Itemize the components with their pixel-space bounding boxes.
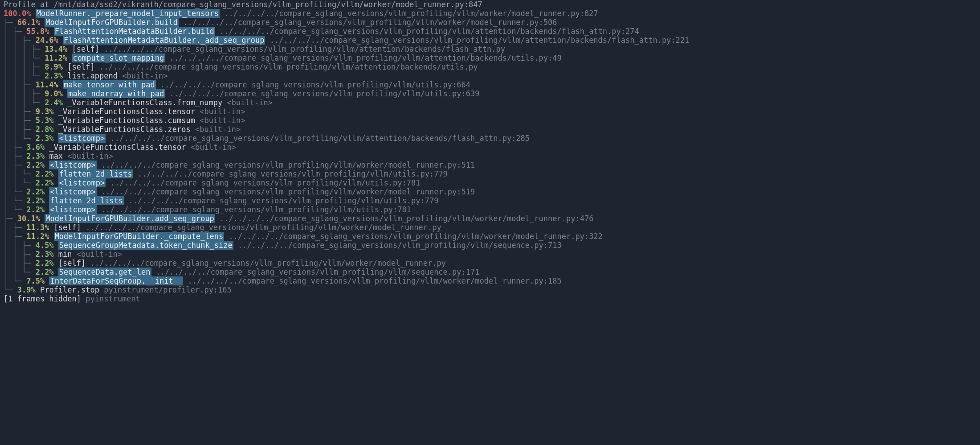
tree-prefix: │ └─ — [4, 276, 26, 285]
function-name: _VariableFunctionsClass.tensor — [49, 143, 186, 152]
percentage: 2.2% — [26, 205, 45, 214]
call-tree-row: │ └─ 2.2% flatten_2d_lists ../../../../c… — [4, 196, 976, 205]
source-path: ../../../../compare_sglang_versions/vllm… — [224, 9, 598, 18]
call-tree-row: │ │ └─ 2.3% <listcomp> ../../../../compa… — [4, 134, 976, 143]
source-path: ../../../../compare_sglang_versions/vllm… — [170, 89, 480, 98]
tree-prefix: │ │ ├─ — [4, 250, 36, 259]
function-name: _VariableFunctionsClass.zeros — [58, 125, 191, 134]
call-tree-row: │ │ └─ 2.2% <listcomp> ../../../../compa… — [4, 178, 976, 187]
call-tree-row: │ └─ 2.2% <listcomp> ../../../../compare… — [4, 205, 976, 214]
tree-prefix: │ ├─ — [4, 152, 26, 161]
function-name: _VariableFunctionsClass.tensor — [58, 107, 195, 116]
source-path: ../../../../compare_sglang_versions/vllm… — [183, 18, 557, 27]
source-path: <built-in> — [122, 71, 167, 80]
call-tree-row: │ │ │ ├─ 8.9% [self] ../../../../compare… — [4, 62, 976, 71]
source-path: <built-in> — [200, 116, 245, 125]
percentage: 11.3% — [26, 223, 49, 232]
percentage: 11.2% — [26, 232, 49, 241]
tree-prefix: │ │ └─ — [4, 268, 36, 276]
percentage: 2.2% — [26, 187, 45, 196]
tree-prefix: ├─ — [4, 18, 17, 27]
percentage: 11.4% — [36, 80, 58, 89]
call-tree-row: │ │ ├─ 4.5% SequenceGroupMetadata.token_… — [4, 241, 976, 250]
percentage: 2.8% — [36, 125, 54, 134]
source-path: <built-in> — [77, 250, 122, 259]
percentage: 2.4% — [45, 98, 63, 107]
source-path: <built-in> — [191, 143, 236, 152]
tree-prefix: ├─ — [4, 214, 17, 223]
tree-prefix: │ │ │ ├─ — [4, 89, 45, 98]
call-tree-row: │ │ │ └─ 11.2% compute_slot_mapping ../.… — [4, 54, 976, 62]
call-tree-row: │ │ ├─ 2.3% min <built-in> — [4, 250, 976, 259]
function-name: flatten_2d_lists — [58, 169, 133, 178]
source-path: ../../../../compare_sglang_versions/vllm… — [270, 36, 690, 45]
call-tree-row: │ │ ├─ 5.3% _VariableFunctionsClass.cums… — [4, 116, 976, 125]
percentage: 24.6% — [36, 36, 58, 45]
tree-prefix: │ │ │ └─ — [4, 54, 45, 62]
function-name: ModelInputForGPUBuilder.add_seq_group — [45, 214, 215, 223]
source-path: <built-in> — [195, 125, 241, 134]
source-path: <built-in> — [67, 152, 113, 161]
call-tree-row: │ │ └─ 2.2% flatten_2d_lists ../../../..… — [4, 169, 976, 178]
percentage: 2.2% — [36, 259, 54, 268]
call-tree-row: │ │ ├─ 24.6% FlashAttentionMetadataBuild… — [4, 36, 976, 45]
source-path: ../../../../compare_sglang_versions/vllm… — [220, 214, 593, 223]
call-tree-row: │ │ ├─ 9.3% _VariableFunctionsClass.tens… — [4, 107, 976, 116]
call-tree-row: │ ├─ 55.8% FlashAttentionMetadataBuilder… — [4, 27, 976, 36]
source-path: ../../../../compare_sglang_versions/vllm… — [104, 45, 505, 54]
tree-prefix: │ │ ├─ — [4, 241, 36, 250]
function-name: [self] — [72, 45, 99, 54]
function-name: [self] — [54, 223, 81, 232]
source-path: ../../../../compare_sglang_versions/vllm… — [160, 80, 470, 89]
source-path: ../../../../compare_sglang_versions/vllm… — [86, 223, 441, 232]
tree-prefix: │ │ │ └─ — [4, 98, 45, 107]
tree-prefix: │ ├─ — [4, 143, 26, 152]
call-tree-row: ├─ 30.1% ModelInputForGPUBuilder.add_seq… — [4, 214, 976, 223]
percentage: 3.6% — [26, 143, 45, 152]
tree-prefix: │ └─ — [4, 205, 26, 214]
call-tree-row: │ │ ├─ 11.4% make_tensor_with_pad ../../… — [4, 80, 976, 89]
tree-prefix: │ │ └─ — [4, 169, 36, 178]
percentage: 2.2% — [36, 169, 54, 178]
frames-hidden-text: [1 frames hidden] — [4, 294, 81, 303]
tree-prefix: │ ├─ — [4, 223, 26, 232]
function-name: <listcomp> — [49, 187, 96, 196]
source-path: ../../../../compare_sglang_versions/vllm… — [101, 187, 475, 196]
percentage: 55.8% — [26, 27, 49, 36]
source-path: ../../../../compare_sglang_versions/vllm… — [229, 232, 603, 241]
tree-prefix: │ │ ├─ — [4, 259, 36, 268]
call-tree-row: │ └─ 7.5% InterDataForSeqGroup.__init__ … — [4, 276, 976, 285]
frames-hidden-line: [1 frames hidden] pyinstrument — [4, 294, 976, 303]
source-path: ../../../../compare_sglang_versions/vllm… — [110, 134, 530, 143]
call-tree-row: │ │ │ └─ 2.3% list.append <built-in> — [4, 71, 976, 80]
call-tree-row: │ ├─ 2.3% max <built-in> — [4, 152, 976, 161]
source-path: ../../../../compare_sglang_versions/vllm… — [220, 27, 639, 36]
percentage: 13.4% — [45, 45, 67, 54]
function-name: _VariableFunctionsClass.from_numpy — [67, 98, 222, 107]
tree-prefix: │ └─ — [4, 196, 26, 205]
percentage: 2.2% — [26, 161, 45, 169]
source-path: ../../../../compare_sglang_versions/vllm… — [170, 54, 562, 62]
source-path: pyinstrument/profiler.py:165 — [104, 285, 232, 294]
source-path: ../../../../compare_sglang_versions/vllm… — [138, 169, 448, 178]
tree-prefix: │ ├─ — [4, 27, 26, 36]
function-name: ModelRunner._prepare_model_input_tensors — [36, 9, 220, 18]
percentage: 2.2% — [36, 268, 54, 276]
percentage: 9.3% — [36, 107, 54, 116]
tree-prefix: │ ├─ — [4, 232, 26, 241]
function-name: make_ndarray_with_pad — [67, 89, 165, 98]
profiler-output: { "header": "Profile at /mnt/data/ssd2/v… — [0, 0, 980, 303]
source-path: ../../../../compare_sglang_versions/vllm… — [101, 161, 475, 169]
function-name: min — [58, 250, 72, 259]
profile-header: Profile at /mnt/data/ssd2/vikranth/compa… — [4, 0, 976, 9]
percentage: 30.1% — [17, 214, 40, 223]
tree-prefix: │ │ │ ├─ — [4, 45, 45, 54]
source-path: ../../../../compare_sglang_versions/vllm… — [156, 268, 480, 276]
function-name: SequenceData.get_len — [58, 268, 151, 276]
call-tree-row: └─ 3.9% Profiler.stop pyinstrument/profi… — [4, 285, 976, 294]
source-path: ../../../../compare_sglang_versions/vllm… — [101, 205, 411, 214]
percentage: 7.5% — [26, 276, 45, 285]
function-name: InterDataForSeqGroup.__init__ — [49, 276, 183, 285]
call-tree-row: │ │ │ ├─ 9.0% make_ndarray_with_pad ../.… — [4, 89, 976, 98]
source-path: <built-in> — [227, 98, 273, 107]
